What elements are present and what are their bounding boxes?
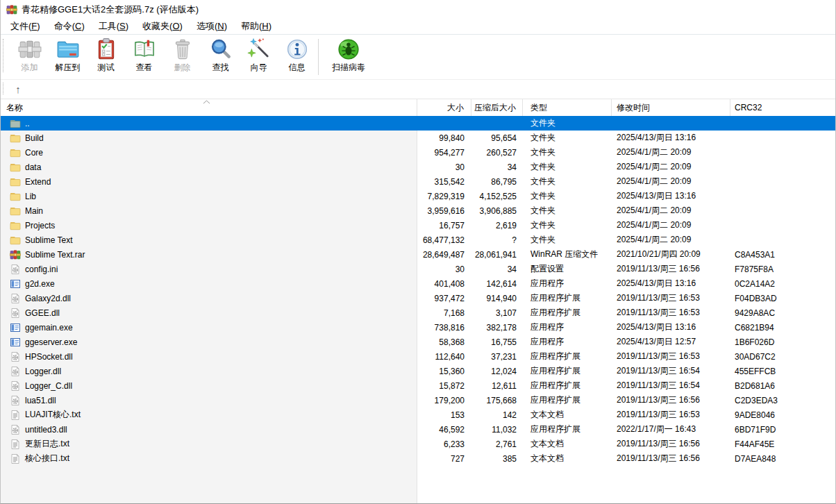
- file-size-cell: 99,840: [417, 133, 471, 143]
- file-modified-cell: 2025/4/13/周日 13:16: [612, 278, 730, 289]
- file-modified-cell: 2019/11/13/周三 16:53: [612, 292, 730, 304]
- file-crc32-cell: 9429A8AC: [730, 308, 835, 318]
- file-row[interactable]: Lib 7,829,319 4,152,525 文件夹 2025/4/13/周日…: [1, 189, 835, 203]
- delete-trash-icon: [171, 37, 194, 61]
- file-name-cell: Lib: [1, 191, 417, 202]
- file-row[interactable]: g2d.exe 401,408 142,614 应用程序 2025/4/13/周…: [1, 276, 835, 291]
- file-size-cell: 315,542: [417, 177, 471, 187]
- file-name: g2d.exe: [25, 279, 55, 289]
- toolbar-scan-button[interactable]: 扫描病毒: [324, 36, 373, 78]
- file-packed-size-cell: 16,755: [471, 337, 523, 347]
- file-row[interactable]: Sublime Text.rar 28,649,487 28,061,941 W…: [1, 247, 835, 262]
- up-button[interactable]: [9, 82, 27, 97]
- file-type-cell: 文件夹: [523, 190, 612, 202]
- column-header-name[interactable]: 名称: [1, 99, 417, 116]
- file-packed-size-cell: 95,654: [471, 133, 523, 143]
- dll-file-icon: [10, 308, 21, 319]
- menu-item-tools[interactable]: 工具(S): [92, 19, 135, 35]
- file-row[interactable]: ggemain.exe 738,816 382,178 应用程序 2025/4/…: [1, 320, 835, 335]
- file-name: data: [25, 162, 41, 172]
- file-row[interactable]: untitled3.dll 46,592 11,032 应用程序扩展 2022/…: [1, 422, 835, 437]
- file-row[interactable]: Logger_C.dll 15,872 12,611 应用程序扩展 2019/1…: [1, 378, 835, 393]
- file-row[interactable]: config.ini 30 34 配置设置 2019/11/13/周三 16:5…: [1, 262, 835, 276]
- column-header-size[interactable]: 大小: [417, 99, 471, 116]
- file-row[interactable]: Core 954,277 260,527 文件夹 2025/4/1/周二 20:…: [1, 145, 835, 160]
- file-row[interactable]: GGEE.dll 7,168 3,107 应用程序扩展 2019/11/13/周…: [1, 305, 835, 320]
- file-name: Sublime Text: [25, 235, 72, 245]
- toolbar-wizard-button[interactable]: 向导: [240, 36, 278, 78]
- toolbar-test-button[interactable]: 测试: [87, 36, 125, 78]
- column-header-label: 压缩后大小: [474, 102, 516, 114]
- column-header-crc32[interactable]: CRC32: [730, 99, 835, 116]
- file-row[interactable]: 核心接口.txt 727 385 文本文档 2019/11/13/周三 16:5…: [1, 451, 835, 466]
- file-modified-cell: 2021/10/21/周四 20:09: [612, 249, 730, 260]
- file-row[interactable]: Extend 315,542 86,795 文件夹 2025/4/1/周二 20…: [1, 174, 835, 189]
- file-size-cell: 16,757: [417, 221, 471, 230]
- file-type-cell: 应用程序: [523, 321, 612, 333]
- file-row[interactable]: Build 99,840 95,654 文件夹 2025/4/13/周日 13:…: [1, 131, 835, 145]
- toolbar-extract-button[interactable]: 解压到: [49, 36, 87, 78]
- file-crc32-cell: C6821B94: [730, 323, 835, 333]
- file-modified-cell: 2019/11/13/周三 16:53: [612, 409, 730, 421]
- toolbar-delete-button[interactable]: 删除: [163, 36, 201, 78]
- menu-item-commands[interactable]: 命令(C): [47, 19, 92, 35]
- file-name: config.ini: [25, 264, 58, 274]
- file-size-cell: 58,368: [417, 337, 471, 347]
- column-header-modified[interactable]: 修改时间: [612, 99, 730, 116]
- add-archive-icon: [18, 37, 42, 61]
- exe-file-icon: [10, 337, 21, 348]
- file-row[interactable]: lua51.dll 179,200 175,668 应用程序扩展 2019/11…: [1, 393, 835, 408]
- wizard-wand-icon: [247, 37, 271, 61]
- column-header-type[interactable]: 类型: [523, 99, 612, 116]
- column-header-packed[interactable]: 压缩后大小: [471, 99, 523, 116]
- menu-item-file[interactable]: 文件(F): [3, 19, 47, 35]
- file-size-cell: 30: [417, 162, 471, 172]
- menu-item-label: 帮助(: [241, 21, 262, 31]
- toolbar-find-button[interactable]: 查找: [201, 36, 240, 78]
- file-name: GGEE.dll: [25, 308, 60, 318]
- exe-file-icon: [10, 322, 21, 333]
- file-modified-cell: 2025/4/13/周日 13:16: [612, 321, 730, 333]
- file-name: untitled3.dll: [25, 425, 67, 435]
- menu-item-favorites[interactable]: 收藏夹(O): [135, 19, 190, 35]
- file-row[interactable]: Projects 16,757 2,619 文件夹 2025/4/1/周二 20…: [1, 218, 835, 233]
- file-modified-cell: 2019/11/13/周三 16:53: [612, 351, 730, 362]
- dll-file-icon: [10, 380, 21, 392]
- file-row[interactable]: LUAJIT核心.txt 153 142 文本文档 2019/11/13/周三 …: [1, 408, 835, 422]
- file-packed-size-cell: 175,668: [471, 396, 523, 405]
- folder-icon: [10, 235, 21, 246]
- file-row[interactable]: .. 文件夹: [1, 116, 835, 131]
- file-row[interactable]: ggeserver.exe 58,368 16,755 应用程序 2025/4/…: [1, 335, 835, 349]
- file-crc32-cell: F44AF45E: [730, 439, 835, 449]
- file-name-cell: 核心接口.txt: [1, 453, 417, 464]
- toolbar-view-button[interactable]: 查看: [125, 36, 163, 78]
- file-modified-cell: 2019/11/13/周三 16:56: [612, 453, 730, 464]
- file-size-cell: 15,872: [417, 381, 471, 391]
- toolbar-button-label: 查找: [212, 62, 229, 74]
- file-row[interactable]: Galaxy2d.dll 937,472 914,940 应用程序扩展 2019…: [1, 291, 835, 305]
- toolbar-button-label: 添加: [22, 62, 38, 74]
- file-crc32-cell: 1B6F026D: [730, 337, 835, 347]
- toolbar-info-button[interactable]: 信息: [278, 36, 316, 78]
- file-row[interactable]: Sublime Text 68,477,132 ? 文件夹 2025/4/1/周…: [1, 233, 835, 247]
- file-name-cell: ..: [1, 118, 417, 129]
- file-row[interactable]: Logger.dll 15,360 12,024 应用程序扩展 2019/11/…: [1, 364, 835, 378]
- txt-file-icon: [10, 439, 21, 450]
- column-header-label: 名称: [6, 102, 23, 114]
- menu-item-help[interactable]: 帮助(H): [234, 19, 278, 35]
- menu-item-label: ): [37, 21, 40, 31]
- menu-item-options[interactable]: 选项(N): [190, 19, 234, 35]
- file-crc32-cell: 9ADE8046: [730, 410, 835, 420]
- file-type-cell: 应用程序扩展: [523, 380, 612, 392]
- file-row[interactable]: data 30 34 文件夹 2025/4/1/周二 20:09: [1, 160, 835, 174]
- toolbar-add-button[interactable]: 添加: [10, 36, 49, 78]
- dll-file-icon: [10, 424, 21, 435]
- toolbar-button-label: 解压到: [56, 62, 81, 74]
- file-row[interactable]: 更新日志.txt 6,233 2,761 文本文档 2019/11/13/周三 …: [1, 437, 835, 451]
- file-row[interactable]: Main 3,959,616 3,906,885 文件夹 2025/4/1/周二…: [1, 203, 835, 218]
- file-row[interactable]: HPSocket.dll 112,640 37,231 应用程序扩展 2019/…: [1, 349, 835, 364]
- menu-item-label: 文件(: [10, 21, 31, 31]
- test-clipboard-icon: [94, 37, 118, 61]
- column-header-label: CRC32: [735, 103, 762, 112]
- winrar-archive-icon: [6, 4, 17, 15]
